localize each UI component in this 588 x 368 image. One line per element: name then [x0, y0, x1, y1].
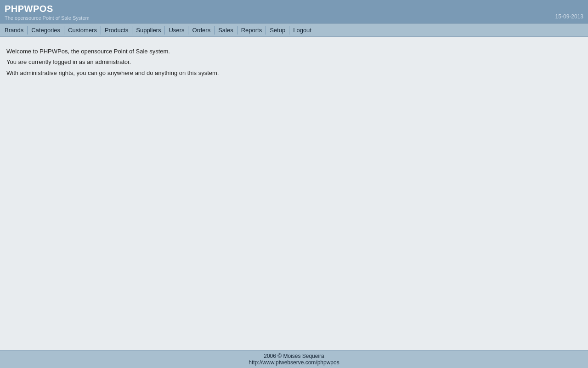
nav-item-reports[interactable]: Reports — [237, 26, 266, 34]
welcome-line3: With administrative rights, you can go a… — [6, 68, 582, 78]
nav-item-setup[interactable]: Setup — [266, 26, 289, 34]
nav-item-sales[interactable]: Sales — [215, 26, 237, 34]
welcome-text: Welcome to PHPWPos, the opensource Point… — [6, 46, 582, 78]
nav-item-logout[interactable]: Logout — [289, 26, 315, 34]
nav-item-categories[interactable]: Categories — [28, 26, 64, 34]
nav-item-customers[interactable]: Customers — [64, 26, 101, 34]
footer: 2006 © Moisés Sequeira http://www.ptwebs… — [0, 350, 588, 368]
nav-item-suppliers[interactable]: Suppliers — [132, 26, 165, 34]
footer-copyright: 2006 © Moisés Sequeira — [0, 353, 588, 359]
nav-item-users[interactable]: Users — [165, 26, 188, 34]
nav-item-products[interactable]: Products — [101, 26, 132, 34]
header: PHPWPOS The opensource Point of Sale Sys… — [0, 0, 588, 23]
app-subtitle: The opensource Point of Sale System — [5, 15, 90, 21]
header-left: PHPWPOS The opensource Point of Sale Sys… — [5, 4, 90, 21]
navbar: BrandsCategoriesCustomersProductsSupplie… — [0, 23, 588, 37]
welcome-line2: You are currently logged in as an admini… — [6, 57, 582, 67]
main-content: Welcome to PHPWPos, the opensource Point… — [0, 37, 588, 350]
welcome-line1: Welcome to PHPWPos, the opensource Point… — [6, 46, 582, 57]
app-title: PHPWPOS — [5, 4, 90, 14]
nav-item-orders[interactable]: Orders — [188, 26, 215, 34]
nav-item-brands[interactable]: Brands — [3, 26, 28, 34]
header-date: 15-09-2013 — [555, 13, 583, 21]
footer-link[interactable]: http://www.ptwebserve.com/phpwpos — [249, 359, 339, 366]
